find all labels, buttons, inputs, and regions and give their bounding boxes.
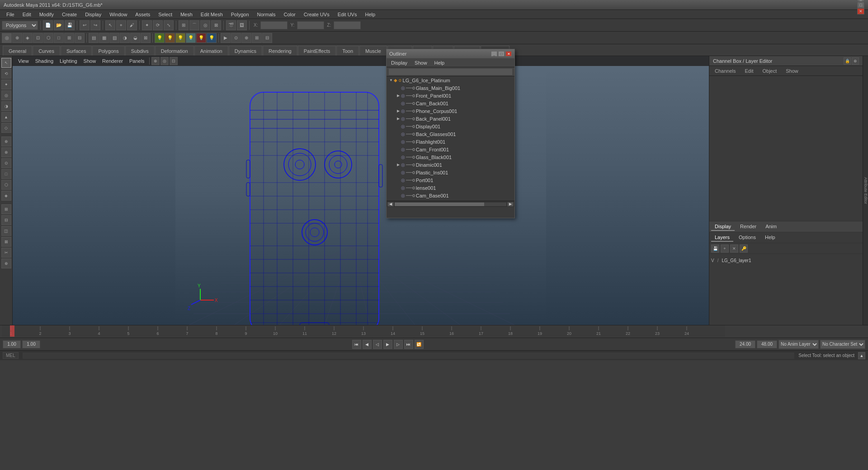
outliner-item-LG_G6_Ice_Platinum[interactable]: ▼◆oLG_G6_Ice_Platinum xyxy=(387,76,514,84)
mode-dropdown[interactable]: Polygons xyxy=(2,21,38,30)
scroll-thumb[interactable] xyxy=(395,202,484,206)
show-manip[interactable]: ▲ xyxy=(1,112,11,122)
expand-icon-Front_Panel001[interactable]: ▶ xyxy=(396,93,401,99)
save-file-icon[interactable]: 💾 xyxy=(65,20,75,30)
paint-tool[interactable]: ⟲ xyxy=(1,69,11,79)
cb-tab-edit[interactable]: Edit xyxy=(741,68,757,74)
redo-icon[interactable]: ↪ xyxy=(90,20,100,30)
cb-tab-show[interactable]: Show xyxy=(782,68,802,74)
range-start-input[interactable] xyxy=(735,340,755,348)
undo-icon[interactable]: ↩ xyxy=(80,20,90,30)
menu-color[interactable]: Color xyxy=(280,11,299,18)
select-tool[interactable]: ↖ xyxy=(1,58,11,68)
start-frame-input[interactable] xyxy=(3,340,21,348)
play-back-button[interactable]: ◁ xyxy=(373,340,382,349)
rotate-tool-icon[interactable]: ⟳ xyxy=(153,20,163,30)
menu-window[interactable]: Window xyxy=(106,11,131,18)
tb2-icon-8[interactable]: ⊟ xyxy=(75,33,85,43)
outliner-menu-show[interactable]: Show xyxy=(412,60,430,66)
new-file-icon[interactable]: 📄 xyxy=(43,20,53,30)
current-frame-input[interactable] xyxy=(22,340,40,348)
vp-menu-lighting[interactable]: Lighting xyxy=(57,58,80,64)
outliner-item-Cam_Base001[interactable]: ◎──oCam_Base001 xyxy=(387,192,514,199)
tb2-icon-2[interactable]: ⊕ xyxy=(12,33,22,43)
paint-select-icon[interactable]: 🖌 xyxy=(127,20,137,30)
loop-button[interactable]: 🔁 xyxy=(415,340,424,349)
sculpt-tool[interactable]: ⊙ xyxy=(1,158,11,168)
prev-frame-button[interactable]: ◀ xyxy=(363,340,372,349)
layer-key-icon[interactable]: 🔑 xyxy=(740,244,748,253)
tb2-icon-12[interactable]: ◑ xyxy=(120,33,130,43)
tb2-play-5[interactable]: ⊟ xyxy=(262,33,272,43)
tab-dynamics[interactable]: Dynamics xyxy=(229,46,262,56)
menu-file[interactable]: File xyxy=(3,11,18,18)
vp-menu-view[interactable]: View xyxy=(15,58,32,64)
scale-tool-icon[interactable]: ⤡ xyxy=(164,20,174,30)
tb2-icon-7[interactable]: ⊞ xyxy=(64,33,74,43)
tb2-play-3[interactable]: ⊕ xyxy=(241,33,251,43)
rotate-tool[interactable]: ◎ xyxy=(1,90,11,100)
polygon-tool[interactable]: ⬡ xyxy=(1,180,11,190)
tab-options[interactable]: Options xyxy=(735,234,760,242)
tab-anim[interactable]: Anim xyxy=(762,223,780,231)
outliner-item-Phone_Corpus001[interactable]: ▶◎──oPhone_Corpus001 xyxy=(387,107,514,115)
tb2-icon-9[interactable]: ▤ xyxy=(89,33,99,43)
tab-render[interactable]: Render xyxy=(736,223,760,231)
anim-layer-dropdown[interactable]: No Anim Layer xyxy=(778,340,819,349)
scroll-right-button[interactable]: ▶ xyxy=(507,202,514,207)
menu-help[interactable]: Help xyxy=(361,11,379,18)
tb2-light-3[interactable]: 💡 xyxy=(175,33,185,43)
tab-surfaces[interactable]: Surfaces xyxy=(61,46,92,56)
snap-point-icon[interactable]: ◎ xyxy=(200,20,210,30)
lattice-tool[interactable]: ⊞ xyxy=(1,204,11,214)
scroll-left-button[interactable]: ◀ xyxy=(387,202,394,207)
tb2-icon-3[interactable]: ◈ xyxy=(23,33,33,43)
outliner-item-Display001[interactable]: ◎──oDisplay001 xyxy=(387,122,514,130)
expand-icon-Back_Panel001[interactable]: ▶ xyxy=(396,116,401,122)
tb2-play-4[interactable]: ⊞ xyxy=(252,33,262,43)
outliner-item-Glass_Main_Big001[interactable]: ◎──oGlass_Main_Big001 xyxy=(387,84,514,92)
bend-tool[interactable]: ◫ xyxy=(1,226,11,236)
menu-edit-mesh[interactable]: Edit Mesh xyxy=(197,11,226,18)
character-set-dropdown[interactable]: No Character Set xyxy=(820,340,865,349)
vp-tb-icon3[interactable]: ⊡ xyxy=(170,57,178,65)
next-frame-button[interactable]: ▷ xyxy=(394,340,403,349)
tb2-icon-1[interactable]: ◎ xyxy=(2,33,12,43)
cb-tab-object[interactable]: Object xyxy=(759,68,780,74)
tb2-icon-11[interactable]: ▧ xyxy=(109,33,119,43)
tb2-icon-6[interactable]: □ xyxy=(54,33,64,43)
vp-menu-renderer[interactable]: Renderer xyxy=(99,58,126,64)
y-input[interactable] xyxy=(297,21,324,29)
outliner-list[interactable]: ▼◆oLG_G6_Ice_Platinum◎──oGlass_Main_Big0… xyxy=(387,76,514,201)
tab-deformation[interactable]: Deformation xyxy=(155,46,194,56)
extra-tool[interactable]: ⊕ xyxy=(1,258,11,268)
render-icon[interactable]: 🎬 xyxy=(226,20,236,30)
vp-menu-shading[interactable]: Shading xyxy=(33,58,56,64)
tab-polygons[interactable]: Polygons xyxy=(92,46,124,56)
tb2-light-2[interactable]: 💡 xyxy=(165,33,175,43)
outliner-minimize-button[interactable]: _ xyxy=(491,51,497,56)
tab-layer-help[interactable]: Help xyxy=(761,234,779,242)
tb2-play-2[interactable]: ⊙ xyxy=(231,33,241,43)
lasso-tool[interactable]: ⊕ xyxy=(1,136,11,146)
select-tool-icon[interactable]: ↖ xyxy=(105,20,115,30)
cb-tab-channels[interactable]: Channels xyxy=(711,68,739,74)
timeline[interactable]: // Will be rendered by the second script… xyxy=(0,325,868,338)
menu-mesh[interactable]: Mesh xyxy=(177,11,196,18)
expand-icon-Phone_Corpus001[interactable]: ▶ xyxy=(396,108,401,114)
vp-tb-icon1[interactable]: ⊕ xyxy=(151,57,160,65)
maximize-button[interactable]: □ xyxy=(857,2,864,8)
scroll-track[interactable] xyxy=(395,202,506,206)
tab-painteffects[interactable]: PaintEffects xyxy=(298,46,336,56)
outliner-item-Flashlight001[interactable]: ◎──oFlashlight001 xyxy=(387,138,514,146)
ipr-render-icon[interactable]: 🖼 xyxy=(237,20,247,30)
tab-curves[interactable]: Curves xyxy=(33,46,60,56)
tb2-icon-5[interactable]: ⬡ xyxy=(43,33,53,43)
outliner-item-Dinamic001[interactable]: ▶◎──oDinamic001 xyxy=(387,161,514,169)
soft-select[interactable]: ◇ xyxy=(1,123,11,133)
attribute-editor-side[interactable]: Attribute Editor xyxy=(863,56,868,325)
outliner-item-persp[interactable]: ◈persp xyxy=(387,199,514,201)
outliner-horizontal-scrollbar[interactable]: ◀ ▶ xyxy=(387,201,514,207)
outliner-item-Cam_Back001[interactable]: ◎──oCam_Back001 xyxy=(387,99,514,107)
tab-subdivs[interactable]: Subdivs xyxy=(125,46,155,56)
